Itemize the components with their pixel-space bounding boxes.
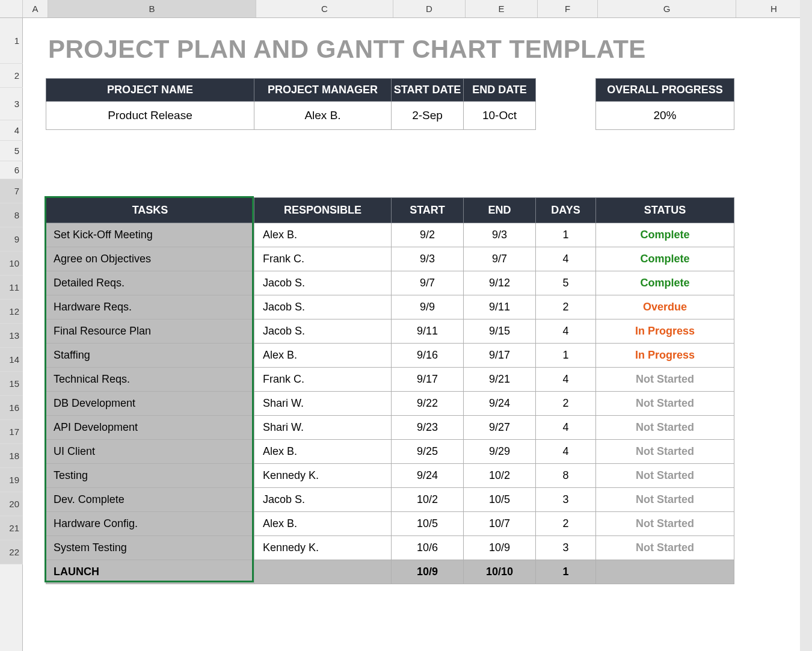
column-header-D[interactable]: D	[393, 0, 466, 17]
row-header-7[interactable]: 7	[0, 179, 23, 203]
task-name-cell[interactable]: Testing	[46, 464, 254, 488]
summary-header-overall-progress[interactable]: OVERALL PROGRESS	[596, 79, 734, 102]
row-header-22[interactable]: 22	[0, 540, 23, 564]
task-start-cell[interactable]: 9/16	[392, 344, 464, 368]
task-status-cell[interactable]: Complete	[596, 247, 734, 271]
row-header-2[interactable]: 2	[0, 64, 23, 88]
task-end-cell[interactable]: 10/7	[464, 512, 536, 536]
task-responsible-cell[interactable]: Jacob S.	[254, 271, 392, 295]
task-end-cell[interactable]: 9/21	[464, 368, 536, 392]
row-header-20[interactable]: 20	[0, 492, 23, 516]
task-name-cell[interactable]: System Testing	[46, 536, 254, 560]
summary-header-start-date[interactable]: START DATE	[392, 79, 464, 102]
launch-end-cell[interactable]: 10/10	[464, 560, 536, 584]
task-status-cell[interactable]: Not Started	[596, 416, 734, 440]
task-name-cell[interactable]: DB Development	[46, 392, 254, 416]
task-header-end[interactable]: END	[464, 198, 536, 223]
summary-overall-progress[interactable]: 20%	[596, 102, 734, 130]
summary-header-project-manager[interactable]: PROJECT MANAGER	[254, 79, 392, 102]
summary-project-name[interactable]: Product Release	[46, 102, 254, 130]
task-start-cell[interactable]: 10/6	[392, 536, 464, 560]
task-name-cell[interactable]: UI Client	[46, 440, 254, 464]
task-days-cell[interactable]: 4	[536, 416, 596, 440]
summary-start-date[interactable]: 2-Sep	[392, 102, 464, 130]
task-end-cell[interactable]: 9/17	[464, 344, 536, 368]
task-responsible-cell[interactable]: Alex B.	[254, 440, 392, 464]
task-status-cell[interactable]: Not Started	[596, 392, 734, 416]
task-responsible-cell[interactable]: Frank C.	[254, 247, 392, 271]
row-header-16[interactable]: 16	[0, 396, 23, 420]
task-name-cell[interactable]: Final Resource Plan	[46, 319, 254, 344]
task-status-cell[interactable]: Overdue	[596, 295, 734, 319]
row-header-19[interactable]: 19	[0, 468, 23, 492]
task-responsible-cell[interactable]: Jacob S.	[254, 295, 392, 319]
column-header-E[interactable]: E	[466, 0, 538, 17]
task-start-cell[interactable]: 9/11	[392, 319, 464, 344]
task-end-cell[interactable]: 10/9	[464, 536, 536, 560]
row-header-12[interactable]: 12	[0, 300, 23, 324]
launch-name-cell[interactable]: LAUNCH	[46, 560, 254, 584]
task-name-cell[interactable]: Set Kick-Off Meeting	[46, 223, 254, 247]
task-days-cell[interactable]: 4	[536, 440, 596, 464]
column-header-B[interactable]: B	[48, 0, 256, 17]
task-status-cell[interactable]: In Progress	[596, 344, 734, 368]
task-days-cell[interactable]: 2	[536, 295, 596, 319]
row-header-21[interactable]: 21	[0, 516, 23, 540]
column-header-F[interactable]: F	[538, 0, 598, 17]
launch-days-cell[interactable]: 1	[536, 560, 596, 584]
task-name-cell[interactable]: Detailed Reqs.	[46, 271, 254, 295]
task-start-cell[interactable]: 10/5	[392, 512, 464, 536]
task-status-cell[interactable]: Not Started	[596, 464, 734, 488]
task-status-cell[interactable]: Not Started	[596, 488, 734, 512]
task-responsible-cell[interactable]: Alex B.	[254, 223, 392, 247]
task-responsible-cell[interactable]: Jacob S.	[254, 488, 392, 512]
task-name-cell[interactable]: Hardware Reqs.	[46, 295, 254, 319]
task-status-cell[interactable]: In Progress	[596, 319, 734, 344]
task-days-cell[interactable]: 3	[536, 536, 596, 560]
task-header-tasks[interactable]: TASKS	[46, 198, 254, 223]
task-end-cell[interactable]: 9/24	[464, 392, 536, 416]
task-start-cell[interactable]: 9/24	[392, 464, 464, 488]
row-header-10[interactable]: 10	[0, 251, 23, 276]
row-header-11[interactable]: 11	[0, 276, 23, 300]
task-start-cell[interactable]: 9/7	[392, 271, 464, 295]
task-start-cell[interactable]: 9/9	[392, 295, 464, 319]
task-end-cell[interactable]: 9/7	[464, 247, 536, 271]
task-start-cell[interactable]: 9/3	[392, 247, 464, 271]
task-name-cell[interactable]: Technical Reqs.	[46, 368, 254, 392]
row-header-14[interactable]: 14	[0, 348, 23, 372]
column-header-C[interactable]: C	[256, 0, 393, 17]
task-days-cell[interactable]: 3	[536, 488, 596, 512]
task-start-cell[interactable]: 9/23	[392, 416, 464, 440]
column-header-A[interactable]: A	[23, 0, 48, 17]
task-header-days[interactable]: DAYS	[536, 198, 596, 223]
task-end-cell[interactable]: 10/2	[464, 464, 536, 488]
summary-header-end-date[interactable]: END DATE	[464, 79, 536, 102]
task-days-cell[interactable]: 4	[536, 368, 596, 392]
task-start-cell[interactable]: 10/2	[392, 488, 464, 512]
task-responsible-cell[interactable]: Frank C.	[254, 368, 392, 392]
row-header-4[interactable]: 4	[0, 120, 23, 141]
row-header-1[interactable]: 1	[0, 18, 23, 64]
task-days-cell[interactable]: 4	[536, 247, 596, 271]
task-days-cell[interactable]: 1	[536, 223, 596, 247]
task-end-cell[interactable]: 9/12	[464, 271, 536, 295]
select-all-corner[interactable]	[0, 0, 23, 17]
task-status-cell[interactable]: Complete	[596, 271, 734, 295]
task-status-cell[interactable]: Complete	[596, 223, 734, 247]
task-header-status[interactable]: STATUS	[596, 198, 734, 223]
row-header-8[interactable]: 8	[0, 203, 23, 227]
launch-status-cell[interactable]	[596, 560, 734, 584]
row-header-9[interactable]: 9	[0, 227, 23, 251]
task-end-cell[interactable]: 9/11	[464, 295, 536, 319]
task-status-cell[interactable]: Not Started	[596, 512, 734, 536]
task-days-cell[interactable]: 5	[536, 271, 596, 295]
task-status-cell[interactable]: Not Started	[596, 536, 734, 560]
task-days-cell[interactable]: 1	[536, 344, 596, 368]
task-status-cell[interactable]: Not Started	[596, 368, 734, 392]
task-responsible-cell[interactable]: Alex B.	[254, 512, 392, 536]
row-header-3[interactable]: 3	[0, 88, 23, 120]
task-end-cell[interactable]: 10/5	[464, 488, 536, 512]
row-header-5[interactable]: 5	[0, 141, 23, 161]
summary-project-manager[interactable]: Alex B.	[254, 102, 392, 130]
